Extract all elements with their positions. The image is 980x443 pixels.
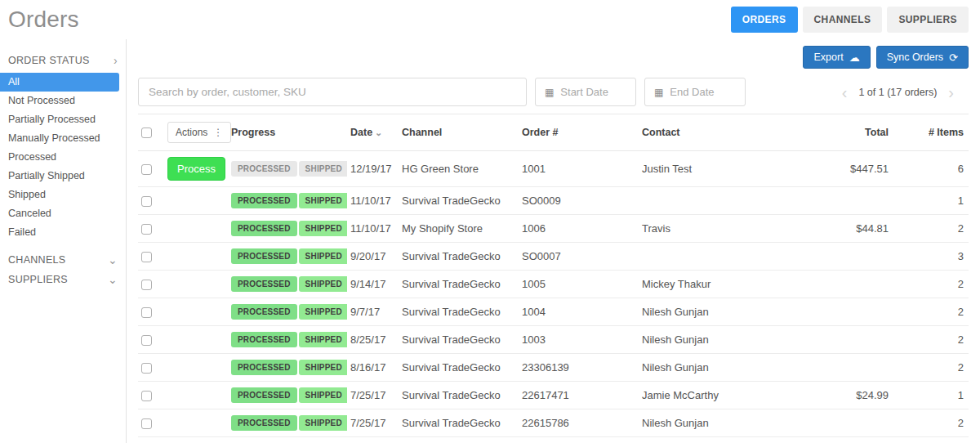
table-row[interactable]: PROCESSED SHIPPED 7/25/17 Survival Trade… — [138, 409, 969, 437]
tab-suppliers[interactable]: SUPPLIERS — [887, 7, 969, 33]
search-input[interactable] — [138, 78, 527, 106]
order-total: $24.99 — [802, 382, 893, 409]
progress-pill: PROCESSED SHIPPED — [231, 161, 347, 177]
progress-pill: PROCESSED SHIPPED — [231, 221, 347, 236]
sidebar-section-order-status[interactable]: ORDER STATUS › — [0, 51, 126, 70]
process-button[interactable]: Process — [167, 157, 225, 181]
processed-badge: PROCESSED — [231, 304, 297, 320]
column-header-items: # Items — [893, 114, 969, 151]
end-date-input[interactable]: ▦ End Date — [644, 78, 746, 106]
table-row[interactable]: PROCESSED SHIPPED 9/7/17 Survival TradeG… — [138, 298, 969, 326]
order-number[interactable]: 1001 — [519, 151, 639, 187]
chevron-down-icon: ⌄ — [108, 275, 118, 284]
row-checkbox[interactable] — [141, 224, 152, 235]
orders-table: Actions ⋮ Progress Date⌄ Channel Order #… — [138, 114, 969, 443]
tab-orders[interactable]: ORDERS — [731, 7, 798, 33]
column-header-order: Order # — [519, 114, 639, 151]
processed-badge: PROCESSED — [231, 415, 297, 431]
prev-page-icon[interactable]: ‹ — [842, 87, 848, 98]
row-checkbox[interactable] — [141, 363, 152, 374]
sidebar-item-not-processed[interactable]: Not Processed — [0, 92, 126, 110]
order-number[interactable]: 1006 — [519, 215, 639, 243]
sidebar-item-partially-processed[interactable]: Partially Processed — [0, 110, 126, 129]
order-date: 8/25/17 — [347, 326, 399, 354]
select-all-checkbox[interactable] — [141, 128, 152, 138]
row-checkbox[interactable] — [141, 164, 152, 175]
table-row[interactable]: PROCESSED SHIPPED 7/11/17 Survival Trade… — [138, 437, 969, 443]
row-checkbox[interactable] — [141, 391, 152, 401]
order-channel: Survival TradeGecko — [399, 271, 519, 298]
shipped-badge: SHIPPED — [299, 332, 347, 347]
order-contact: Justin Henson — [639, 437, 802, 443]
order-total — [802, 437, 893, 443]
tab-channels[interactable]: CHANNELS — [803, 7, 883, 33]
shipped-badge: SHIPPED — [299, 193, 347, 208]
order-total — [802, 187, 893, 215]
sync-orders-button[interactable]: Sync Orders ⟳ — [876, 46, 969, 69]
column-header-total: Total — [802, 114, 893, 151]
order-channel: Survival TradeGecko — [399, 409, 519, 437]
table-row[interactable]: PROCESSED SHIPPED 11/10/17 Survival Trad… — [138, 187, 969, 215]
order-number[interactable]: 22196318 — [519, 437, 639, 443]
actions-button[interactable]: Actions ⋮ — [167, 122, 231, 143]
sidebar-item-manually-processed[interactable]: Manually Processed — [0, 129, 126, 148]
order-number[interactable]: 1003 — [519, 326, 639, 354]
export-button[interactable]: Export ☁ — [803, 46, 870, 69]
sidebar-item-shipped[interactable]: Shipped — [0, 186, 126, 204]
order-channel: Survival TradeGecko — [399, 326, 519, 354]
table-row[interactable]: PROCESSED SHIPPED 8/16/17 Survival Trade… — [138, 354, 969, 382]
row-checkbox[interactable] — [141, 196, 152, 207]
row-checkbox[interactable] — [141, 307, 152, 318]
sidebar-item-processed[interactable]: Processed — [0, 148, 126, 167]
sidebar-item-partially-shipped[interactable]: Partially Shipped — [0, 167, 126, 186]
order-number[interactable]: 23306139 — [519, 354, 639, 382]
processed-badge: PROCESSED — [231, 387, 297, 403]
pagination-label: 1 of 1 (17 orders) — [858, 87, 937, 98]
table-row[interactable]: PROCESSED SHIPPED 9/20/17 Survival Trade… — [138, 243, 969, 271]
order-channel: Survival TradeGecko — [399, 187, 519, 215]
row-checkbox[interactable] — [141, 280, 152, 290]
next-page-icon[interactable]: › — [948, 87, 954, 98]
shipped-badge: SHIPPED — [299, 387, 347, 403]
order-contact: Nilesh Gunjan — [639, 298, 802, 326]
sidebar-section-channels[interactable]: CHANNELS ⌄ — [0, 250, 126, 270]
row-checkbox[interactable] — [141, 335, 152, 346]
order-channel: My Shopify Store — [399, 215, 519, 243]
progress-pill: PROCESSED SHIPPED — [231, 415, 347, 431]
calendar-icon: ▦ — [545, 87, 554, 98]
table-row[interactable]: PROCESSED SHIPPED 7/25/17 Survival Trade… — [138, 382, 969, 409]
order-date: 7/25/17 — [347, 382, 399, 409]
progress-pill: PROCESSED SHIPPED — [231, 193, 347, 208]
order-number[interactable]: 1005 — [519, 271, 639, 298]
shipped-badge: SHIPPED — [299, 221, 347, 236]
cloud-upload-icon: ☁ — [849, 52, 860, 63]
page-title: Orders — [8, 7, 79, 33]
order-channel: HG Green Store — [399, 151, 519, 187]
order-number[interactable]: 1004 — [519, 298, 639, 326]
table-row[interactable]: PROCESSED SHIPPED 8/25/17 Survival Trade… — [138, 326, 969, 354]
sidebar-item-failed[interactable]: Failed — [0, 223, 126, 242]
start-date-input[interactable]: ▦ Start Date — [535, 78, 636, 106]
order-date: 9/14/17 — [347, 271, 399, 298]
order-number[interactable]: 22617471 — [519, 382, 639, 409]
sidebar-item-all[interactable]: All — [0, 73, 119, 92]
processed-badge: PROCESSED — [231, 248, 297, 264]
row-checkbox[interactable] — [141, 418, 152, 429]
table-row[interactable]: PROCESSED SHIPPED 11/10/17 My Shopify St… — [138, 215, 969, 243]
end-date-placeholder: End Date — [670, 86, 714, 98]
column-header-date[interactable]: Date⌄ — [347, 114, 399, 151]
order-contact: Nilesh Gunjan — [639, 354, 802, 382]
row-checkbox[interactable] — [141, 252, 152, 262]
order-items: 2 — [893, 298, 969, 326]
sidebar-item-canceled[interactable]: Canceled — [0, 204, 126, 223]
order-number[interactable]: SO0009 — [519, 187, 639, 215]
order-number[interactable]: SO0007 — [519, 243, 639, 271]
order-number[interactable]: 22615786 — [519, 409, 639, 437]
shipped-badge: SHIPPED — [299, 304, 347, 320]
sidebar-section-suppliers[interactable]: SUPPLIERS ⌄ — [0, 270, 126, 289]
table-row[interactable]: PROCESSED SHIPPED 9/14/17 Survival Trade… — [138, 271, 969, 298]
order-channel: Survival TradeGecko — [399, 243, 519, 271]
order-date: 9/7/17 — [347, 298, 399, 326]
processed-badge: PROCESSED — [231, 161, 297, 177]
table-row[interactable]: Process PROCESSED SHIPPED 12/19/17 HG Gr… — [138, 151, 969, 187]
